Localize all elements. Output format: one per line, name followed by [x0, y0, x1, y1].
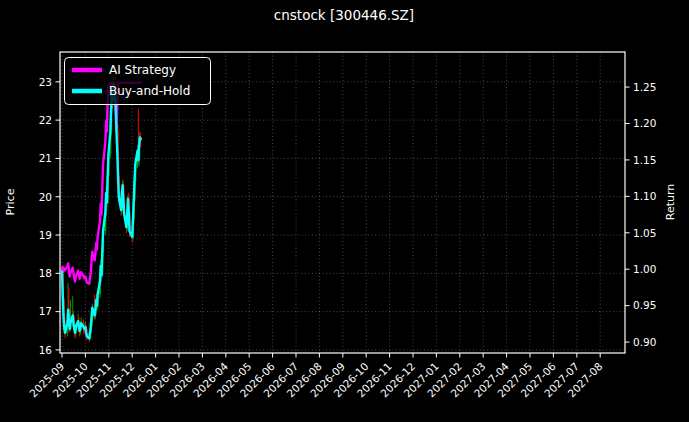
legend: AI Strategy Buy-and-Hold — [65, 58, 211, 105]
return-tick-label: 1.05 — [633, 227, 656, 239]
return-tick-label: 0.95 — [633, 299, 656, 311]
price-tick-label: 22 — [39, 114, 52, 126]
legend-label-ai-strategy: AI Strategy — [109, 63, 176, 77]
price-tick-label: 20 — [39, 191, 52, 203]
price-tick-label: 17 — [39, 305, 52, 317]
axes-layer: 2025-092025-102025-112025-122026-012026-… — [27, 76, 656, 400]
price-tick-label: 23 — [39, 76, 52, 88]
return-tick-label: 0.90 — [633, 336, 656, 348]
chart-canvas: 2025-092025-102025-112025-122026-012026-… — [0, 0, 689, 422]
chart-title: cnstock [300446.SZ] — [274, 7, 414, 23]
legend-label-buy-and-hold: Buy-and-Hold — [109, 84, 190, 98]
return-tick-label: 1.00 — [633, 263, 656, 275]
return-tick-label: 1.10 — [633, 190, 656, 202]
return-tick-label: 1.15 — [633, 154, 656, 166]
price-tick-label: 16 — [39, 344, 53, 356]
return-tick-label: 1.20 — [633, 117, 656, 129]
left-axis-label: Price — [4, 188, 17, 215]
price-tick-label: 21 — [39, 152, 52, 164]
price-tick-label: 19 — [39, 229, 52, 241]
return-tick-label: 1.25 — [633, 81, 656, 93]
series-lines-layer — [62, 83, 141, 339]
right-axis-label: Return — [664, 184, 677, 221]
price-tick-label: 18 — [39, 267, 52, 279]
chart-figure: 2025-092025-102025-112025-122026-012026-… — [0, 0, 689, 422]
